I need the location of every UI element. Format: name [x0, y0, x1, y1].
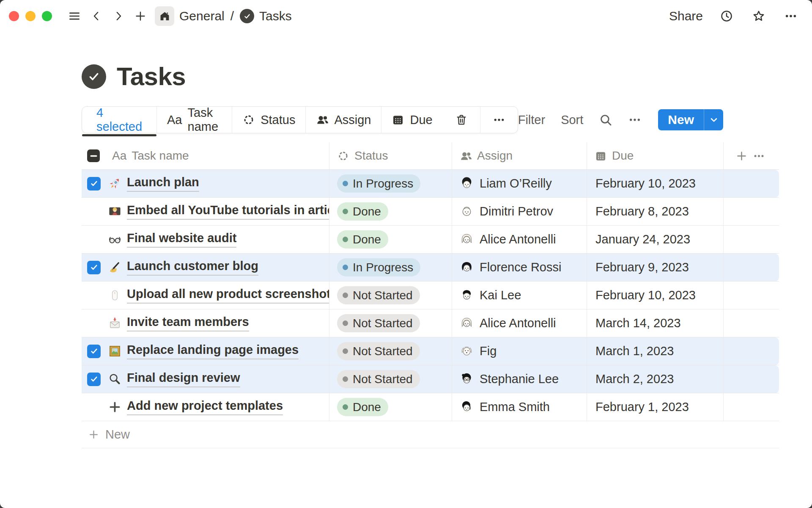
- task-title-link[interactable]: Final website audit: [127, 231, 236, 248]
- task-name-cell[interactable]: Embed all YouTube tutorials in article: [82, 198, 329, 225]
- delete-button[interactable]: [443, 107, 480, 133]
- row-checkbox[interactable]: [87, 373, 101, 386]
- due-date: February 8, 2023: [595, 204, 689, 218]
- assign-cell[interactable]: Fig: [452, 337, 587, 365]
- property-due-button[interactable]: Due: [381, 107, 442, 133]
- status-cell[interactable]: Done: [329, 226, 452, 253]
- status-label: Done: [353, 233, 381, 246]
- status-cell[interactable]: Not Started: [329, 282, 452, 309]
- checkbox-checked-icon[interactable]: [87, 177, 101, 190]
- property-task-name-button[interactable]: AaTask name: [157, 107, 232, 133]
- filter-button[interactable]: Filter: [518, 113, 545, 127]
- task-title-link[interactable]: Invite team members: [127, 315, 249, 331]
- assign-cell[interactable]: Stephanie Lee: [452, 365, 587, 393]
- assign-cell[interactable]: Emma Smith: [452, 393, 587, 421]
- due-cell[interactable]: January 24, 2023: [587, 226, 724, 253]
- due-cell[interactable]: March 1, 2023: [587, 337, 724, 365]
- page-icon[interactable]: [82, 64, 106, 89]
- history-clock-icon[interactable]: [718, 8, 735, 25]
- checkbox-checked-icon[interactable]: [87, 345, 101, 358]
- envelope-icon: [108, 317, 121, 330]
- breadcrumb: General / Tasks: [179, 9, 292, 23]
- minimize-button[interactable]: [25, 11, 36, 21]
- task-title-link[interactable]: Launch plan: [127, 175, 199, 192]
- task-title-link[interactable]: Embed all YouTube tutorials in article: [127, 203, 329, 220]
- new-button[interactable]: New: [658, 109, 704, 130]
- ellipsis-icon: [491, 111, 508, 128]
- assign-cell[interactable]: Kai Lee: [452, 282, 587, 309]
- due-cell[interactable]: February 10, 2023: [587, 170, 724, 197]
- task-name-cell[interactable]: Final website audit: [82, 226, 329, 253]
- status-cell[interactable]: Not Started: [329, 337, 452, 365]
- property-label: Status: [261, 113, 295, 127]
- status-dot-icon: [343, 209, 348, 214]
- row-checkbox[interactable]: [87, 261, 101, 274]
- assign-cell[interactable]: Alice Antonelli: [452, 226, 587, 253]
- column-header-due[interactable]: Due: [587, 142, 724, 169]
- new-dropdown-button[interactable]: [704, 109, 723, 130]
- task-name-cell[interactable]: Upload all new product screenshots: [82, 282, 329, 309]
- assign-cell[interactable]: Alice Antonelli: [452, 309, 587, 337]
- due-cell[interactable]: March 14, 2023: [587, 309, 724, 337]
- column-header-task-name[interactable]: AaTask name: [82, 142, 329, 169]
- add-column-button[interactable]: [735, 150, 748, 162]
- breadcrumb-page[interactable]: Tasks: [240, 9, 292, 23]
- home-button[interactable]: [155, 6, 174, 26]
- due-cell[interactable]: February 10, 2023: [587, 282, 724, 309]
- status-cell[interactable]: Not Started: [329, 309, 452, 337]
- status-cell[interactable]: Not Started: [329, 365, 452, 393]
- selected-count-button[interactable]: 4 selected: [82, 107, 157, 133]
- property-status-button[interactable]: Status: [232, 107, 306, 133]
- status-cell[interactable]: Done: [329, 393, 452, 421]
- task-title-link[interactable]: Replace landing page images: [127, 343, 299, 359]
- select-all-checkbox[interactable]: [87, 149, 100, 162]
- task-name-cell[interactable]: Invite team members: [82, 309, 329, 337]
- checkbox-checked-icon[interactable]: [87, 373, 101, 386]
- due-cell[interactable]: March 2, 2023: [587, 365, 724, 393]
- checkbox-checked-icon[interactable]: [87, 261, 101, 274]
- task-title-link[interactable]: Upload all new product screenshots: [127, 287, 329, 304]
- due-cell[interactable]: February 1, 2023: [587, 393, 724, 421]
- sort-button[interactable]: Sort: [561, 113, 583, 127]
- status-cell[interactable]: In Progress: [329, 170, 452, 197]
- favorite-star-icon[interactable]: [750, 8, 767, 25]
- due-cell[interactable]: February 8, 2023: [587, 198, 724, 225]
- assignee-name: Emma Smith: [480, 400, 550, 414]
- column-header-status[interactable]: Status: [329, 142, 452, 169]
- new-row-button[interactable]: New: [82, 421, 779, 448]
- sidebar-menu-icon[interactable]: [66, 8, 83, 25]
- back-icon[interactable]: [88, 8, 105, 25]
- status-pill: Not Started: [337, 370, 420, 388]
- more-options-icon[interactable]: [782, 8, 799, 25]
- zoom-button[interactable]: [42, 11, 52, 21]
- breadcrumb-root[interactable]: General: [179, 9, 225, 23]
- task-name-cell[interactable]: Launch plan: [82, 170, 329, 197]
- forward-icon[interactable]: [110, 8, 127, 25]
- task-name-cell[interactable]: Replace landing page images: [82, 337, 329, 365]
- task-title-link[interactable]: Add new project templates: [127, 399, 283, 415]
- toolbar-more-button[interactable]: [480, 107, 518, 133]
- task-name-cell[interactable]: Add new project templates: [82, 393, 329, 421]
- assign-cell[interactable]: Dimitri Petrov: [452, 198, 587, 225]
- property-assign-button[interactable]: Assign: [306, 107, 381, 133]
- new-page-icon[interactable]: [132, 8, 149, 25]
- task-name-cell[interactable]: Launch customer blog: [82, 254, 329, 281]
- search-icon[interactable]: [599, 113, 612, 127]
- column-header-assign[interactable]: Assign: [452, 142, 587, 169]
- page-title[interactable]: Tasks: [117, 62, 186, 91]
- row-checkbox[interactable]: [87, 177, 101, 190]
- task-title-link[interactable]: Launch customer blog: [127, 259, 258, 276]
- status-cell[interactable]: Done: [329, 198, 452, 225]
- view-options-icon[interactable]: [628, 113, 642, 127]
- task-title-link[interactable]: Final design review: [127, 371, 240, 387]
- close-button[interactable]: [9, 11, 19, 21]
- table-options-button[interactable]: [753, 150, 765, 162]
- status-cell[interactable]: In Progress: [329, 254, 452, 281]
- assign-cell[interactable]: Liam O’Reilly: [452, 170, 587, 197]
- task-name-cell[interactable]: Final design review: [82, 365, 329, 393]
- share-button[interactable]: Share: [669, 9, 703, 23]
- glasses-icon: [108, 233, 121, 246]
- row-checkbox[interactable]: [87, 345, 101, 358]
- assign-cell[interactable]: Florence Rossi: [452, 254, 587, 281]
- due-cell[interactable]: February 9, 2023: [587, 254, 724, 281]
